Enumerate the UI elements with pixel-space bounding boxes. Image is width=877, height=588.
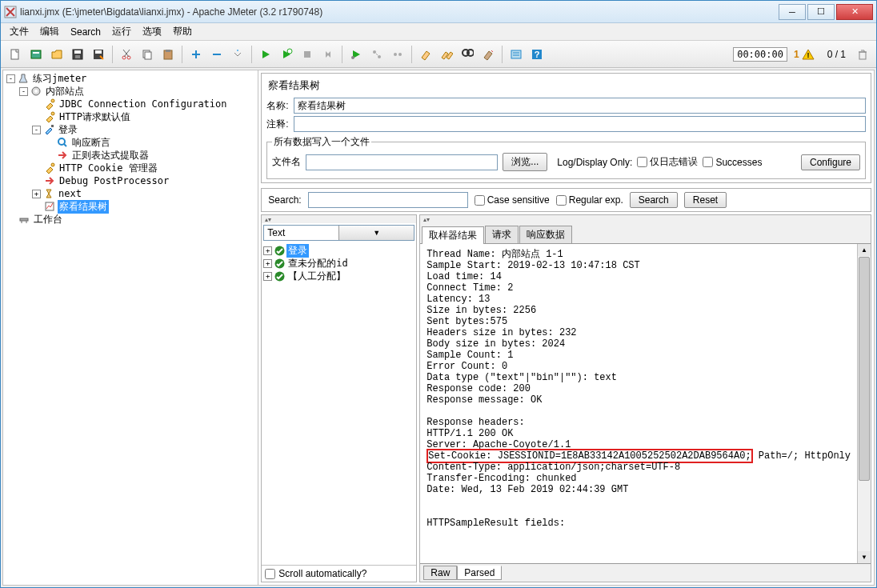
- svg-rect-1: [11, 50, 18, 59]
- close-button[interactable]: ✕: [836, 4, 873, 20]
- minimize-button[interactable]: ─: [779, 4, 806, 20]
- collapse-handle[interactable]: ▴▾: [420, 215, 871, 223]
- menu-run[interactable]: 运行: [106, 23, 137, 40]
- results-tree[interactable]: +登录 +查未分配的id +【人工分配】: [262, 242, 416, 565]
- search-tree-icon[interactable]: [458, 45, 477, 64]
- tree-toggle[interactable]: +: [263, 272, 272, 281]
- open-icon[interactable]: [47, 45, 66, 64]
- toggle-icon[interactable]: [228, 45, 247, 64]
- svg-rect-6: [75, 55, 80, 58]
- save-as-icon[interactable]: [89, 45, 108, 64]
- detail-tabs: 取样器结果 请求 响应数据: [420, 223, 871, 244]
- svg-point-18: [351, 56, 354, 59]
- tab-sampler-result[interactable]: 取样器结果: [422, 226, 484, 244]
- search-input[interactable]: [308, 192, 468, 208]
- tree-toggle[interactable]: -: [32, 126, 41, 134]
- dropper-icon: [42, 123, 55, 136]
- result-item[interactable]: +【人工分配】: [262, 270, 416, 282]
- menu-file[interactable]: 文件: [4, 23, 34, 40]
- successes-checkbox[interactable]: Successes: [703, 157, 762, 168]
- tree-node-login[interactable]: -登录: [3, 123, 258, 136]
- paste-icon[interactable]: [158, 45, 178, 64]
- svg-text:!: !: [807, 51, 809, 59]
- collapse-icon[interactable]: [207, 45, 226, 64]
- window-title: lianxi.jmx (E:\jmeter\Bigdata\lianxi.jmx…: [20, 6, 779, 18]
- menu-search[interactable]: Search: [65, 25, 106, 39]
- tree-toggle[interactable]: +: [263, 246, 272, 255]
- tree-toggle[interactable]: -: [6, 74, 15, 83]
- start-icon[interactable]: [256, 45, 275, 64]
- tree-toggle[interactable]: +: [263, 259, 272, 268]
- tab-request[interactable]: 请求: [485, 226, 519, 243]
- save-icon[interactable]: [68, 45, 87, 64]
- svg-point-21: [394, 53, 397, 56]
- gc-icon[interactable]: [854, 46, 871, 63]
- browse-button[interactable]: 浏览...: [503, 153, 547, 171]
- copy-icon[interactable]: [138, 45, 157, 64]
- tree-node-jdbc[interactable]: JDBC Connection Configuration: [3, 98, 258, 110]
- logdisplay-label: Log/Display Only:: [557, 157, 632, 168]
- tree-toggle[interactable]: +: [32, 190, 41, 198]
- regex-checkbox[interactable]: Regular exp.: [556, 194, 623, 206]
- response-text[interactable]: Thread Name: 内部站点 1-1 Sample Start: 2019…: [420, 244, 857, 563]
- tree-node-http-defaults[interactable]: HTTP请求默认值: [3, 110, 258, 123]
- tree-node-assertion[interactable]: 响应断言: [3, 136, 258, 149]
- remote-stop-icon[interactable]: [367, 45, 386, 64]
- tree-node-results[interactable]: 察看结果树: [3, 200, 258, 213]
- test-plan-tree[interactable]: -练习jmeter -内部站点 JDBC Connection Configur…: [3, 70, 258, 585]
- remote-start-icon[interactable]: [346, 45, 366, 64]
- scroll-down-icon[interactable]: ▼: [858, 551, 871, 563]
- reset-search-icon[interactable]: [479, 45, 498, 64]
- stop-icon[interactable]: [298, 45, 317, 64]
- comment-input[interactable]: [294, 116, 866, 132]
- vertical-scrollbar[interactable]: ▲ ▼: [857, 244, 871, 563]
- reset-button[interactable]: Reset: [684, 192, 727, 208]
- search-button[interactable]: Search: [630, 192, 678, 208]
- menu-options[interactable]: 选项: [137, 23, 167, 40]
- tree-node-debug[interactable]: Debug PostProcessor: [3, 174, 258, 187]
- tree-node-regex[interactable]: 正则表达式提取器: [3, 149, 258, 162]
- tab-parsed[interactable]: Parsed: [457, 566, 502, 580]
- warning-indicator[interactable]: 1 !: [794, 48, 815, 61]
- filename-input[interactable]: [306, 154, 498, 170]
- results-area: ▴▾ Text ▼ +登录 +查未分配的id +【人工分配】 Scroll au…: [261, 214, 871, 582]
- collapse-handle[interactable]: ▴▾: [262, 215, 416, 223]
- clear-all-icon[interactable]: [437, 45, 456, 64]
- tree-toggle[interactable]: -: [19, 87, 28, 96]
- remote-shutdown-icon[interactable]: [388, 45, 407, 64]
- svg-point-32: [51, 99, 54, 102]
- name-input[interactable]: [294, 98, 866, 114]
- new-icon[interactable]: [6, 45, 25, 64]
- tab-raw[interactable]: Raw: [423, 566, 457, 580]
- maximize-button[interactable]: ☐: [807, 4, 835, 20]
- scroll-auto-checkbox[interactable]: [265, 569, 275, 579]
- result-item[interactable]: +登录: [262, 244, 416, 257]
- menu-help[interactable]: 帮助: [167, 23, 198, 40]
- configure-button[interactable]: Configure: [801, 154, 860, 170]
- errors-only-checkbox[interactable]: 仅日志错误: [637, 155, 698, 169]
- tab-response[interactable]: 响应数据: [519, 226, 572, 243]
- renderer-dropdown[interactable]: Text ▼: [263, 225, 414, 241]
- result-item[interactable]: +查未分配的id: [262, 257, 416, 270]
- help-icon[interactable]: ?: [527, 45, 547, 64]
- menu-edit[interactable]: 编辑: [34, 23, 65, 40]
- tree-node-cookie[interactable]: HTTP Cookie 管理器: [3, 162, 258, 174]
- success-icon: [274, 270, 285, 282]
- cut-icon[interactable]: [117, 45, 136, 64]
- panel-title: 察看结果树: [268, 78, 866, 93]
- tree-node-testplan[interactable]: -练习jmeter: [3, 72, 258, 85]
- menubar: 文件 编辑 Search 运行 选项 帮助: [1, 23, 876, 41]
- start-no-timers-icon[interactable]: [277, 45, 296, 64]
- scroll-up-icon[interactable]: ▲: [858, 244, 871, 256]
- tree-node-workbench[interactable]: 工作台: [3, 213, 258, 226]
- shutdown-icon[interactable]: [318, 45, 338, 64]
- templates-icon[interactable]: [26, 45, 46, 64]
- case-sensitive-checkbox[interactable]: Case sensitive: [475, 194, 550, 206]
- tree-node-threadgroup[interactable]: -内部站点: [3, 85, 258, 98]
- svg-rect-14: [166, 50, 170, 52]
- expand-icon[interactable]: [186, 45, 206, 64]
- clear-icon[interactable]: [416, 45, 435, 64]
- function-helper-icon[interactable]: [507, 45, 526, 64]
- tree-node-next[interactable]: +next: [3, 187, 258, 200]
- scrollbar-thumb[interactable]: [859, 257, 870, 481]
